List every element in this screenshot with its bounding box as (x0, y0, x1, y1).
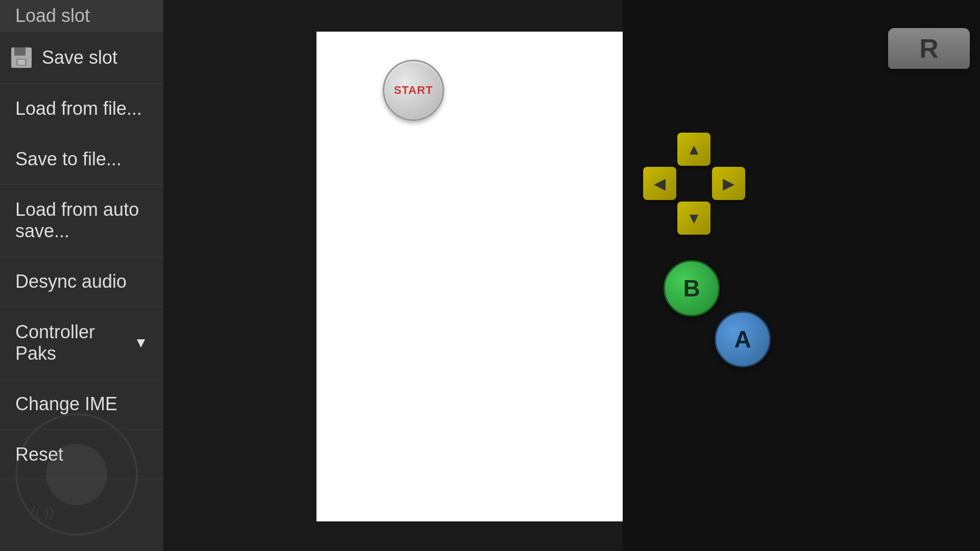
menu-panel: Load slot Save slot Load from file... Sa… (0, 0, 163, 551)
svg-rect-1 (14, 47, 26, 56)
dpad-right-icon: ▶ (723, 174, 734, 192)
desync-audio-label: Desync audio (15, 271, 127, 292)
load-from-file-label: Load from file... (15, 98, 142, 119)
r-button-label: R (919, 33, 939, 64)
b-button-label: B (683, 274, 700, 302)
change-ime-label: Change IME (15, 393, 117, 415)
menu-item-save-slot[interactable]: Save slot (0, 32, 163, 84)
save-slot-label: Save slot (42, 47, 117, 68)
dpad-down-button[interactable]: ▼ (677, 202, 710, 235)
a-button[interactable]: A (715, 311, 771, 367)
dpad-right-button[interactable]: ▶ (712, 167, 745, 200)
r-button[interactable]: R (888, 28, 970, 69)
reset-label: Reset (15, 444, 63, 465)
menu-item-desync-audio[interactable]: Desync audio (0, 257, 163, 307)
b-button[interactable]: B (664, 260, 720, 316)
dpad-up-icon: ▲ (687, 141, 702, 158)
menu-item-load-from-auto-save[interactable]: Load from auto save... (0, 185, 163, 257)
dpad-up-button[interactable]: ▲ (677, 133, 710, 166)
dpad-left-button[interactable]: ◀ (643, 167, 676, 200)
menu-item-load-from-file[interactable]: Load from file... (0, 84, 163, 134)
svg-rect-3 (18, 60, 25, 65)
menu-item-load-slot[interactable]: Load slot (0, 0, 163, 32)
dpad: ▲ ▼ ◀ ▶ (643, 133, 745, 235)
controller-paks-label: Controller Paks (15, 321, 134, 364)
dpad-down-icon: ▼ (687, 210, 702, 227)
dpad-left-icon: ◀ (654, 174, 666, 192)
start-button-label: START (394, 84, 433, 97)
menu-item-save-to-file[interactable]: Save to file... (0, 134, 163, 185)
save-to-file-label: Save to file... (15, 148, 121, 170)
start-button[interactable]: START (383, 60, 444, 121)
load-slot-label: Load slot (15, 5, 90, 27)
save-slot-icon (10, 46, 33, 69)
menu-item-controller-paks[interactable]: Controller Paks ▼ (0, 307, 163, 379)
controller-panel: R ▲ ▼ ◀ ▶ B A (623, 0, 980, 551)
menu-item-change-ime[interactable]: Change IME (0, 379, 163, 430)
menu-item-reset[interactable]: Reset (0, 430, 163, 480)
a-button-label: A (734, 325, 751, 353)
chevron-down-icon: ▼ (134, 335, 148, 351)
load-from-auto-save-label: Load from auto save... (15, 199, 148, 242)
